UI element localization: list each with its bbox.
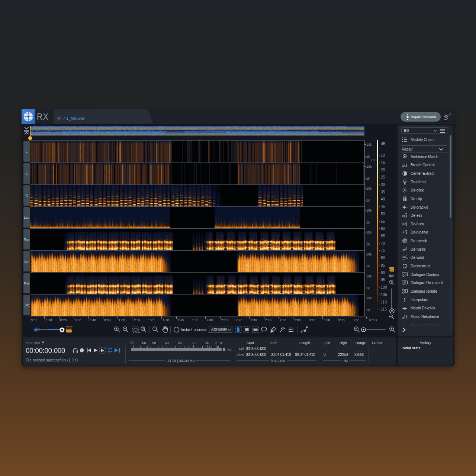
h-zoom-out-icon[interactable] xyxy=(354,326,360,333)
module-item-dialogue-contour[interactable]: Dialogue Contour xyxy=(398,271,448,279)
spectrogram-colorbar[interactable] xyxy=(377,140,378,312)
view-start-value[interactable]: 00:00:00.000 xyxy=(246,353,266,357)
loop-button[interactable] xyxy=(107,347,113,353)
divider-line xyxy=(350,360,366,361)
playhead-to-marker-button[interactable] xyxy=(114,348,121,353)
frequency-axis xyxy=(364,141,365,316)
magic-wand-tool[interactable] xyxy=(279,326,286,333)
divider xyxy=(401,152,447,152)
overview-collapse-icon[interactable] xyxy=(24,126,29,135)
module-item-ambience-match[interactable]: Ambience Match xyxy=(398,153,448,161)
spectrogram-blend-icon[interactable] xyxy=(65,326,73,334)
channel-label-R[interactable]: R xyxy=(23,185,30,206)
playhead-time-display[interactable]: 00:00:00.000 xyxy=(26,347,65,355)
view-length-value[interactable]: 00:04:01.410 xyxy=(295,353,315,357)
channel-label-L[interactable]: L xyxy=(23,141,30,162)
freq-low-value[interactable]: 0 xyxy=(324,353,325,357)
module-item-deconstruct[interactable]: Deconstruct xyxy=(398,262,448,270)
module-filter-value[interactable]: All xyxy=(403,128,409,133)
sel-start-value[interactable]: 00:00:00.000 xyxy=(246,347,266,351)
select-freq-tool[interactable] xyxy=(252,326,259,333)
module-chain-button[interactable]: Module Chain xyxy=(398,136,448,144)
waveform-blend-icon[interactable] xyxy=(34,326,41,333)
select-time-tool[interactable] xyxy=(235,326,242,333)
level-meter-bar[interactable] xyxy=(131,348,222,351)
play-button[interactable] xyxy=(93,348,98,353)
db-label-110: 110 xyxy=(381,300,387,304)
history-item[interactable]: Initial State xyxy=(402,346,421,350)
de-wind-icon xyxy=(402,255,408,260)
magnifier-tool-icon[interactable] xyxy=(152,326,159,333)
module-item-de-bleed[interactable]: De-bleed xyxy=(398,178,448,186)
go-to-start-button[interactable] xyxy=(87,348,91,353)
spectrogram[interactable] xyxy=(30,141,364,316)
channel-label-Rsr[interactable]: Rsr xyxy=(23,273,30,293)
vertical-zoom-slider[interactable] xyxy=(391,288,392,311)
module-item-de-reverb[interactable]: De-reverb xyxy=(398,237,448,245)
lasso-tool[interactable] xyxy=(261,326,267,333)
module-item-de-hum[interactable]: De-hum xyxy=(398,220,448,228)
play-selection-button[interactable] xyxy=(99,347,106,354)
spectrogram-view-icon[interactable] xyxy=(389,267,395,272)
panel-collapse-chevron[interactable] xyxy=(402,327,406,332)
zoom-in-time-icon[interactable] xyxy=(114,326,120,333)
channel-label-Rss[interactable]: Rss xyxy=(23,229,30,250)
chevron-down-icon[interactable] xyxy=(434,129,437,132)
time-ruler[interactable]: 0:000:100:200:300:400:501:001:101:201:30… xyxy=(22,316,396,324)
time-format-label[interactable]: h:m:s.ms xyxy=(26,341,40,345)
module-item-de-rustle[interactable]: De-rustle xyxy=(398,245,448,254)
module-item-de-clip[interactable]: De-clip xyxy=(398,195,448,203)
freq-label-1k: 1k xyxy=(366,308,370,312)
module-item-de-crackle[interactable]: De-crackle xyxy=(398,203,448,212)
zoom-out-time-icon[interactable] xyxy=(122,326,129,333)
hand-tool-icon[interactable] xyxy=(162,326,168,333)
module-item-de-wind[interactable]: De-wind xyxy=(398,254,448,262)
module-item-center-extract[interactable]: Center Extract xyxy=(398,170,448,178)
vertical-zoom-knob[interactable] xyxy=(389,308,395,314)
izotope-logo[interactable] xyxy=(22,109,35,124)
brush-tool[interactable] xyxy=(270,326,277,333)
file-tab[interactable]: × 7-1_Mix.wav xyxy=(54,109,153,124)
tab-close-icon[interactable]: × xyxy=(57,116,61,120)
module-item-dialogue-isolate[interactable]: Dialogue Isolate xyxy=(398,287,448,296)
channel-label-C[interactable]: C xyxy=(23,163,30,184)
record-button[interactable] xyxy=(80,348,84,353)
ruler-tick xyxy=(88,316,89,319)
channel-label-LFE[interactable]: LFE xyxy=(23,295,30,315)
blend-slider-knob[interactable] xyxy=(59,327,65,333)
scribble-icon[interactable] xyxy=(443,112,452,122)
zoom-reset-icon[interactable] xyxy=(140,326,147,333)
waveform-view-icon[interactable] xyxy=(389,273,395,278)
time-format-dropdown-icon[interactable] xyxy=(41,341,45,344)
view-end-value[interactable]: 00:04:01.410 xyxy=(271,353,291,357)
overview-minimap[interactable] xyxy=(30,126,364,136)
freq-high-value[interactable]: 22050 xyxy=(338,353,348,357)
monitor-icon[interactable] xyxy=(73,348,78,353)
module-item-dialogue-de-reverb[interactable]: Dialogue De-reverb xyxy=(398,279,448,287)
instant-process-toggle[interactable] xyxy=(173,327,180,333)
freq-label-1k: 1k xyxy=(366,242,370,246)
category-dropdown[interactable]: Repair xyxy=(398,145,448,154)
module-item-breath-control[interactable]: Breath Control xyxy=(398,161,448,169)
harmonics-tool[interactable] xyxy=(288,326,295,333)
module-item-interpolate[interactable]: Interpolate xyxy=(398,296,448,304)
hamburger-menu-icon[interactable] xyxy=(440,129,446,133)
select-time-freq-tool[interactable] xyxy=(244,326,250,333)
freq-label-1k: 1k xyxy=(366,199,370,202)
vertical-zoom-in-icon[interactable] xyxy=(389,280,395,285)
module-item-de-plosive[interactable]: De-plosive xyxy=(398,228,448,237)
module-item-de-click[interactable]: De-click xyxy=(398,186,448,194)
channel-label-Lsr[interactable]: Lsr xyxy=(23,251,30,271)
zoom-selection-icon[interactable] xyxy=(132,326,141,333)
process-mode-dropdown[interactable]: Attenuate xyxy=(208,326,232,333)
connect-nodes-icon[interactable] xyxy=(300,326,308,333)
freq-range-value[interactable]: 22050 xyxy=(354,353,364,357)
h-zoom-in-icon[interactable] xyxy=(389,326,396,333)
h-zoom-knob[interactable] xyxy=(361,327,366,332)
module-item-mouth-de-click[interactable]: Mouth De-click xyxy=(398,304,448,312)
channel-label-Lss[interactable]: Lss xyxy=(23,207,30,228)
module-scrollbar[interactable] xyxy=(450,135,451,332)
repair-assistant-button[interactable]: Repair Assistant xyxy=(401,112,441,122)
module-scrollbar-thumb[interactable] xyxy=(450,135,451,218)
module-item-de-ess[interactable]: ssDe-ess xyxy=(398,212,448,220)
